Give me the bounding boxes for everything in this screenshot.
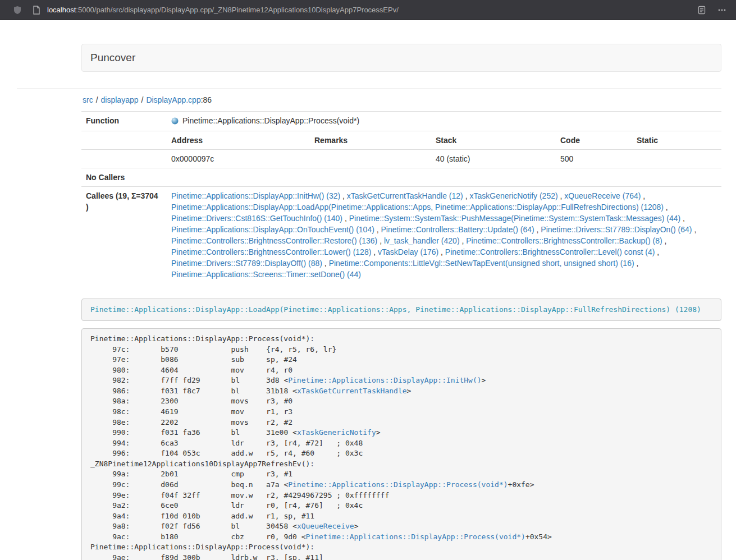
breadcrumb-displayapp-link[interactable]: displayapp: [101, 95, 139, 104]
empty-header-cell: [81, 131, 167, 150]
cell-static: [632, 150, 721, 168]
url-host: localhost: [47, 6, 76, 14]
values-row: 0x0000097c 40 (static) 500: [81, 150, 721, 168]
function-name: Pinetime::Applications::DisplayApp::Proc…: [182, 116, 359, 125]
callee-link[interactable]: xQueueReceive (764): [564, 191, 641, 200]
col-header-stack: Stack: [431, 131, 556, 150]
asm-symbol-link[interactable]: xTaskGenericNotify: [297, 428, 376, 437]
empty-cell: [81, 150, 167, 168]
callee-link[interactable]: Pinetime::Drivers::St7789::DisplayOff() …: [171, 259, 322, 268]
divider: [17, 88, 721, 89]
reader-view-icon[interactable]: [694, 3, 709, 17]
browser-toolbar: localhost:5000/path/src/displayapp/Displ…: [0, 0, 736, 20]
callees-label: Callees (19, Σ=3704 ): [81, 187, 167, 284]
callee-link[interactable]: Pinetime::System::SystemTask::PushMessag…: [349, 214, 681, 223]
signature-link[interactable]: Pinetime::Applications::DisplayApp::Load…: [90, 305, 701, 314]
callee-link[interactable]: Pinetime::Components::LittleVgl::SetNewT…: [329, 259, 634, 268]
disassembly-pre: Pinetime::Applications::DisplayApp::Proc…: [81, 328, 721, 560]
callee-link[interactable]: vTaskDelay (176): [378, 247, 438, 256]
callee-link[interactable]: Pinetime::Drivers::St7789::DisplayOn() (…: [541, 225, 692, 234]
asm-symbol-link[interactable]: xTaskGetCurrentTaskHandle: [297, 387, 407, 395]
no-callers-label: No Callers: [81, 168, 167, 187]
navbar: Puncover: [81, 44, 721, 72]
main-content: Puncover src/displayapp/DisplayApp.cpp:8…: [81, 44, 721, 560]
function-row-label: Function: [81, 112, 167, 131]
reader-icon-glyph: [697, 6, 706, 15]
asm-symbol-link[interactable]: Pinetime::Applications::DisplayApp::Proc…: [306, 533, 525, 541]
function-table: Function Pinetime::Applications::Display…: [81, 111, 721, 283]
callee-link[interactable]: Pinetime::Applications::DisplayApp::OnTo…: [171, 225, 374, 234]
callee-link[interactable]: lv_task_handler (420): [384, 236, 460, 245]
col-header-address: Address: [167, 131, 310, 150]
callee-link[interactable]: Pinetime::Applications::DisplayApp::Load…: [171, 203, 664, 212]
url-bar[interactable]: localhost:5000/path/src/displayapp/Displ…: [47, 6, 694, 14]
callee-link[interactable]: Pinetime::Controllers::BrightnessControl…: [171, 236, 377, 245]
shield-icon[interactable]: [10, 3, 25, 17]
col-header-code: Code: [556, 131, 632, 150]
asm-symbol-link[interactable]: Pinetime::Applications::DisplayApp::Proc…: [288, 480, 508, 489]
asm-symbol-link[interactable]: xQueueReceive: [297, 522, 354, 530]
function-icon: [171, 116, 179, 127]
callees-row: Callees (19, Σ=3704 ) Pinetime::Applicat…: [81, 187, 721, 284]
callee-link[interactable]: Pinetime::Applications::Screens::Timer::…: [171, 270, 361, 279]
breadcrumb-separator: /: [141, 95, 144, 104]
callee-link[interactable]: Pinetime::Controllers::BrightnessControl…: [171, 247, 371, 256]
callee-link[interactable]: xTaskGetCurrentTaskHandle (12): [347, 191, 463, 200]
page-info-icon[interactable]: [29, 3, 44, 17]
dots-icon-glyph: [717, 6, 726, 15]
signature-box: Pinetime::Applications::DisplayApp::Load…: [81, 299, 721, 321]
callee-link[interactable]: Pinetime::Controllers::BrightnessControl…: [445, 247, 655, 256]
function-name-cell: Pinetime::Applications::DisplayApp::Proc…: [167, 112, 721, 131]
callee-link[interactable]: Pinetime::Controllers::Battery::Update()…: [381, 225, 534, 234]
callees-list: Pinetime::Applications::DisplayApp::Init…: [167, 187, 721, 284]
cell-code: 500: [556, 150, 632, 168]
breadcrumb: src/displayapp/DisplayApp.cpp:86: [83, 95, 721, 104]
url-path: :5000/path/src/displayapp/DisplayApp.cpp…: [76, 6, 399, 14]
breadcrumb-separator: /: [96, 95, 98, 104]
callee-link[interactable]: xTaskGenericNotify (252): [469, 191, 557, 200]
cell-stack: 40 (static): [431, 150, 556, 168]
cell-address: 0x0000097c: [167, 150, 310, 168]
col-header-static: Static: [632, 131, 721, 150]
function-row: Function Pinetime::Applications::Display…: [81, 112, 721, 131]
cell-remarks: [310, 150, 431, 168]
columns-header-row: Address Remarks Stack Code Static: [81, 131, 721, 150]
breadcrumb-line-number: :86: [201, 95, 212, 104]
callee-link[interactable]: Pinetime::Drivers::Cst816S::GetTouchInfo…: [171, 214, 342, 223]
no-callers-row: No Callers: [81, 168, 721, 187]
no-callers-empty-cell: [167, 168, 721, 187]
breadcrumb-file-link[interactable]: DisplayApp.cpp: [146, 95, 200, 104]
overflow-menu-icon[interactable]: [715, 3, 729, 17]
page-icon-glyph: [33, 6, 40, 15]
callee-link[interactable]: Pinetime::Applications::DisplayApp::Init…: [171, 191, 340, 200]
callee-link[interactable]: Pinetime::Controllers::BrightnessControl…: [466, 236, 662, 245]
brand-title[interactable]: Puncover: [82, 52, 144, 64]
asm-symbol-link[interactable]: Pinetime::Applications::DisplayApp::Init…: [288, 376, 481, 384]
shield-icon-glyph: [13, 6, 22, 15]
breadcrumb-src-link[interactable]: src: [83, 95, 93, 104]
col-header-remarks: Remarks: [310, 131, 431, 150]
